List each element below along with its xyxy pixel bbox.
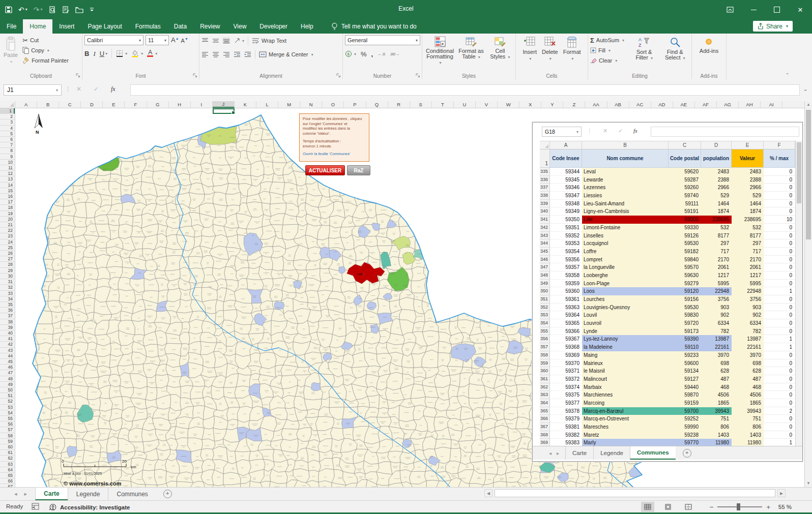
column-header-n[interactable]: N <box>300 101 322 108</box>
cell[interactable]: 59369 <box>550 351 582 359</box>
cell[interactable]: 532 <box>732 224 764 232</box>
cell[interactable]: 59352 <box>550 232 582 240</box>
cell[interactable]: 59358 <box>550 271 582 280</box>
embedded-row-header[interactable]: 337 <box>540 184 550 192</box>
embedded-row-header[interactable]: 342 <box>540 224 550 232</box>
cell[interactable]: 1865 <box>701 399 732 407</box>
embedded-row-header[interactable]: 347 <box>540 263 550 271</box>
font-family-select[interactable]: Calibri▾ <box>84 35 143 45</box>
row-header-34[interactable]: 34 <box>0 296 15 302</box>
row-header-27[interactable]: 27 <box>0 256 15 262</box>
row-header-20[interactable]: 20 <box>0 217 15 222</box>
fill-button[interactable]: Fill▾ <box>590 46 628 54</box>
zoom-slider[interactable] <box>717 506 762 507</box>
row-header-48[interactable]: 48 <box>0 376 15 382</box>
accessibility-status[interactable]: Accessibility: Investigate <box>49 503 130 511</box>
font-color-button[interactable]: A <box>147 50 153 57</box>
row-header-14[interactable]: 14 <box>0 183 15 188</box>
row-header-7[interactable]: 7 <box>0 142 15 148</box>
cell[interactable]: 751 <box>701 415 732 423</box>
cell[interactable]: 59367 <box>550 335 582 343</box>
row-header-9[interactable]: 9 <box>0 154 15 160</box>
cell[interactable]: Lieu-Saint-Amand <box>582 200 669 208</box>
row-header-32[interactable]: 32 <box>0 285 15 290</box>
embedded-header-code-postal[interactable]: Code postal <box>669 149 701 168</box>
format-cells-button[interactable]: Format ▾ <box>562 35 583 63</box>
embedded-column-header-d[interactable]: D <box>701 141 732 149</box>
cell[interactable]: 59361 <box>550 295 582 304</box>
embedded-row-header[interactable]: 361 <box>540 375 550 383</box>
commune-row-la-madeleine[interactable]: 35759368la Madeleine5911022161221611 <box>540 343 795 351</box>
column-header-o[interactable]: O <box>322 101 344 108</box>
embedded-row-header[interactable]: 351 <box>540 295 550 304</box>
fill-handle[interactable] <box>231 111 235 114</box>
cell[interactable]: Liessies <box>582 192 669 200</box>
commune-row-locquignol[interactable]: 34459353Locquignol595302972970 <box>540 239 795 248</box>
embedded-header-population[interactable]: population <box>701 149 732 168</box>
commune-row-leval[interactable]: 33559344Leval59620248324830 <box>540 168 795 176</box>
cell[interactable]: Lynde <box>582 327 669 336</box>
sheet-tab-communes[interactable]: Communes <box>108 488 156 500</box>
cell[interactable]: Louvroil <box>582 319 669 327</box>
row-header-53[interactable]: 53 <box>0 405 15 410</box>
column-header-t[interactable]: T <box>432 101 454 108</box>
tabs-scroll-right-icon[interactable]: ▸ <box>557 450 559 456</box>
cell[interactable]: 10 <box>764 216 795 224</box>
commune-row-marchiennes[interactable]: 36359375Marchiennes59870450645060 <box>540 391 795 399</box>
tabs-scroll-left-icon[interactable]: ◂ <box>549 450 552 456</box>
cell[interactable]: 59364 <box>550 311 582 319</box>
accounting-format-button[interactable]: $ <box>345 50 353 57</box>
commune-row-malincourt[interactable]: 36159372Malincourt591274874870 <box>540 375 795 383</box>
cell[interactable]: Marly <box>582 439 669 446</box>
embedded-row-header[interactable]: 360 <box>540 367 550 375</box>
scroll-up-arrow[interactable]: ▲ <box>804 101 812 109</box>
comma-style-button[interactable]: , <box>371 51 373 57</box>
collapse-ribbon-icon[interactable]: ⌃ <box>786 72 790 78</box>
cell[interactable]: 59630 <box>669 271 701 280</box>
cell[interactable]: 717 <box>701 248 732 256</box>
cell[interactable]: 782 <box>732 327 764 336</box>
page-layout-view-button[interactable] <box>661 502 675 512</box>
maximize-button[interactable] <box>765 0 789 19</box>
commune-row-marcoing[interactable]: 36459377Marcoing59159186518650 <box>540 399 795 407</box>
cell[interactable]: 0 <box>764 367 795 375</box>
cell[interactable]: 22161 <box>701 343 732 351</box>
column-header-k[interactable]: K <box>235 101 256 108</box>
embedded-header-nom-commune[interactable]: Nom commune <box>582 149 669 168</box>
row-header-23[interactable]: 23 <box>0 233 15 239</box>
row-header-39[interactable]: 39 <box>0 325 15 330</box>
cell[interactable]: Lille <box>582 216 669 224</box>
cell[interactable]: 487 <box>701 375 732 383</box>
commune-row-maretz[interactable]: 36859382Maretz59238140314030 <box>540 431 795 439</box>
embedded-row-header[interactable]: 368 <box>540 431 550 439</box>
cell[interactable]: 238695 <box>732 216 764 224</box>
row-header-26[interactable]: 26 <box>0 251 15 256</box>
underline-button[interactable]: U <box>100 50 104 57</box>
cell[interactable]: 59344 <box>550 168 582 176</box>
zoom-slider-thumb[interactable] <box>737 503 740 510</box>
cell[interactable]: Marcq-en-Ostrevent <box>582 415 669 423</box>
cell[interactable]: 59840 <box>669 256 701 264</box>
cell[interactable]: 2061 <box>732 263 764 271</box>
cell[interactable]: 59349 <box>550 207 582 216</box>
embedded-row-header[interactable]: 354 <box>540 319 550 327</box>
cell[interactable]: 59238 <box>669 431 701 439</box>
cell[interactable]: 59374 <box>550 383 582 391</box>
row-header-3[interactable]: 3 <box>0 119 15 125</box>
dialog-launcher-icon[interactable] <box>76 73 80 78</box>
row-header-31[interactable]: 31 <box>0 279 15 285</box>
embedded-row-header-1[interactable]: 1 <box>540 149 550 168</box>
cell[interactable]: 238695 <box>701 216 732 224</box>
cell[interactable]: 59350 <box>550 216 582 224</box>
decrease-font-icon[interactable]: A▼ <box>181 37 188 44</box>
decrease-decimal-icon[interactable]: .00→ <box>390 52 399 56</box>
cancel-icon[interactable]: ✕ <box>76 85 81 93</box>
increase-font-icon[interactable]: A▲ <box>171 37 179 43</box>
embedded-row-header[interactable]: 364 <box>540 399 550 407</box>
cell[interactable]: 59382 <box>550 431 582 439</box>
cell[interactable]: 0 <box>764 391 795 399</box>
align-left-icon[interactable] <box>201 51 209 57</box>
embedded-row-header[interactable]: 349 <box>540 280 550 288</box>
embedded-row-header[interactable]: 363 <box>540 391 550 399</box>
column-header-a[interactable]: A <box>15 101 37 108</box>
